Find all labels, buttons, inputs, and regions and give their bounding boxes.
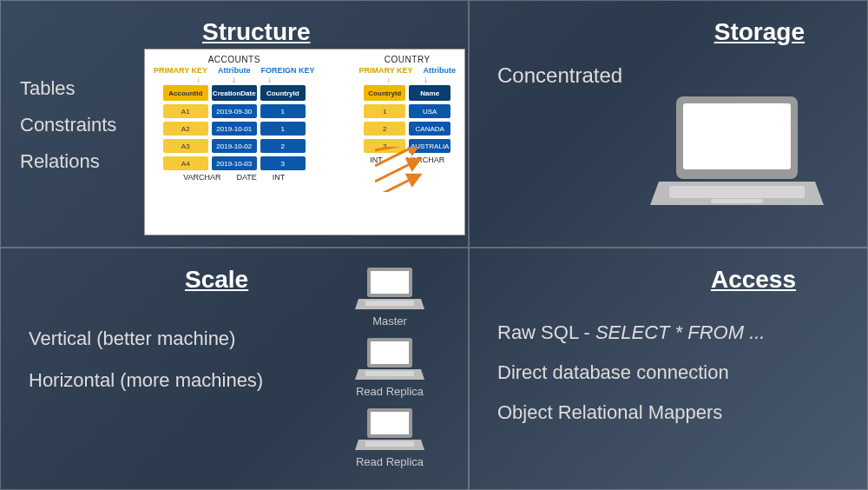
td: CANADA xyxy=(409,122,450,136)
storage-text: Concentrated xyxy=(497,63,839,88)
arrow-down-icon: ↓ xyxy=(267,75,272,84)
laptop-icon xyxy=(650,88,824,222)
td: 2019-09-30 xyxy=(212,104,257,118)
access-lines: Raw SQL - SELECT * FROM ... Direct datab… xyxy=(497,313,839,434)
bullet-relations: Relations xyxy=(20,143,116,180)
td: 2 xyxy=(364,122,405,136)
svg-rect-7 xyxy=(711,199,763,203)
access-raw-sql: Raw SQL - SELECT * FROM ... xyxy=(497,313,839,353)
laptop-label-replica1: Read Replica xyxy=(356,385,424,398)
svg-rect-15 xyxy=(371,412,409,434)
quadrant-storage: Storage Concentrated xyxy=(469,0,868,248)
td: 1 xyxy=(260,122,306,136)
td: 2 xyxy=(260,139,306,153)
svg-rect-5 xyxy=(683,103,791,169)
laptop-label-replica2: Read Replica xyxy=(356,455,424,468)
access-heading: Access xyxy=(497,266,796,294)
svg-rect-10 xyxy=(365,301,414,306)
laptop-label-master: Master xyxy=(372,315,407,328)
laptop-icon xyxy=(355,405,424,454)
accounts-col-labels: PRIMARY KEY Attribute FOREIGN KEY xyxy=(154,66,315,75)
quadrant-access: Access Raw SQL - SELECT * FROM ... Direc… xyxy=(469,248,868,490)
td: A1 xyxy=(163,104,208,118)
bullet-constraints: Constraints xyxy=(20,107,116,143)
th-countryid: CountryId xyxy=(364,85,405,101)
td: A4 xyxy=(163,156,208,170)
country-col-labels: PRIMARY KEY Attribute xyxy=(358,66,456,75)
arrow-down-icon: ↓ xyxy=(424,75,428,84)
th-name: Name xyxy=(409,85,450,101)
th-countryid: CountryId xyxy=(260,85,306,101)
quadrant-scale: Scale Vertical (better machine) Horizont… xyxy=(0,248,469,490)
svg-rect-12 xyxy=(371,341,409,364)
structure-heading: Structure xyxy=(202,18,440,46)
accounts-title: ACCOUNTS xyxy=(208,55,260,64)
svg-rect-9 xyxy=(371,271,409,294)
access-direct-conn: Direct database connection xyxy=(497,353,839,393)
bullet-tables: Tables xyxy=(20,70,116,107)
td: 1 xyxy=(260,104,306,118)
td: 2019-10-01 xyxy=(212,122,257,136)
td: A2 xyxy=(163,122,208,136)
fk-arrow-icon xyxy=(375,147,425,192)
access-orm: Object Relational Mappers xyxy=(497,393,839,433)
arrow-down-icon: ↓ xyxy=(232,75,236,84)
svg-rect-16 xyxy=(365,441,414,447)
laptop-icon xyxy=(355,334,424,383)
svg-rect-13 xyxy=(365,371,414,376)
accounts-types: VARCHAR DATE INT xyxy=(183,173,285,182)
accounts-table: ACCOUNTS PRIMARY KEY Attribute FOREIGN K… xyxy=(154,55,315,182)
structure-bullets: Tables Constraints Relations xyxy=(20,70,116,179)
td: A3 xyxy=(163,139,208,153)
country-title: COUNTRY xyxy=(385,55,431,64)
laptop-stack: Master Read Replica Read Replica xyxy=(355,264,424,473)
storage-heading: Storage xyxy=(497,18,805,46)
th-accountid: AccountId xyxy=(163,85,208,101)
svg-rect-6 xyxy=(669,186,805,198)
laptop-icon xyxy=(355,264,424,313)
td: 3 xyxy=(260,156,306,170)
quadrant-structure: Structure Tables Constraints Relations A… xyxy=(0,0,469,248)
td: 2019-10-02 xyxy=(212,139,257,153)
th-creationdate: CreationDate xyxy=(212,85,257,101)
arrow-down-icon: ↓ xyxy=(386,75,391,84)
td: 1 xyxy=(364,104,405,118)
td: 2019-10-03 xyxy=(212,156,257,170)
foreign-key-arrows xyxy=(375,147,425,192)
td: USA xyxy=(409,104,450,118)
arrow-down-icon: ↓ xyxy=(196,75,201,84)
schema-diagram: ACCOUNTS PRIMARY KEY Attribute FOREIGN K… xyxy=(144,49,465,235)
